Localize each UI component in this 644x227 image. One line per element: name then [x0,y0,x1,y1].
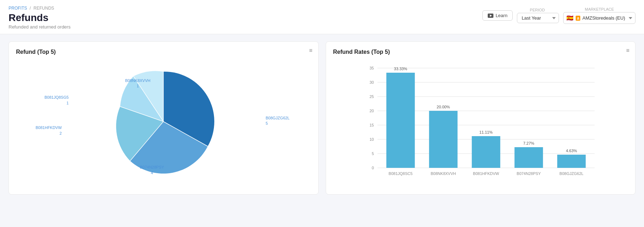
svg-text:35: 35 [370,66,374,70]
refund-top5-title: Refund (Top 5) [16,49,311,55]
main-content: Refund (Top 5) ≡ [0,34,644,202]
x-label-b081hfkdvw: B081HFKDVW [473,171,499,176]
bar-b074n28psy [514,147,543,168]
pie-labels: B08GJZG62L 5 B074N28PSY 4 B081HFKDVW 2 B… [16,61,311,182]
label-b074n28psy: B074N28PSY 4 [140,165,164,176]
period-select[interactable]: Last Year This Year Last Month This Mont… [517,13,559,23]
marketplace-selector[interactable]: 🇪🇸 a AMZStoredeals (EU) [563,12,635,24]
header-left: PROFITS / REFUNDS Refunds Refunded and r… [9,6,70,30]
svg-text:0: 0 [372,166,374,170]
bar-b081hfkdvw [472,136,500,168]
breadcrumb: PROFITS / REFUNDS [9,6,70,11]
bar-label-b074n28psy: 7.27% [523,141,534,145]
refund-rates-card: Refund Rates (Top 5) ≡ 0 5 10 15 [326,41,636,195]
breadcrumb-current: REFUNDS [33,6,54,11]
svg-text:20: 20 [370,109,374,113]
bar-label-b081jq8sc5: 33.33% [394,67,407,71]
breadcrumb-profits[interactable]: PROFITS [9,6,27,11]
label-b081jq8sg5: B081JQ8SG5 1 [44,95,69,106]
bar-chart-wrapper: 0 5 10 15 20 25 30 35 33.33% 20.00% 11.1… [333,61,628,187]
svg-text:30: 30 [370,80,374,84]
label-b08gjzg62l: B08GJZG62L 5 [266,115,289,127]
bar-label-b081hfkdvw: 11.11% [479,130,493,134]
marketplace-value: AMZStoredeals (EU) [582,15,625,21]
label-b081hfkdvw: B081HFKDVW 2 [36,125,62,136]
bar-label-b08gjzg62l: 4.63% [566,149,577,153]
x-label-b074n28psy: B074N28PSY [517,171,541,176]
svg-text:15: 15 [370,123,374,127]
amazon-icon: a [576,16,580,21]
flag-icon: 🇪🇸 [566,15,574,21]
bar-chart-svg: 0 5 10 15 20 25 30 35 33.33% 20.00% 11.1… [337,61,625,186]
page-title: Refunds [9,12,70,24]
bar-label-b08nk8xvvh: 20.00% [436,105,450,109]
breadcrumb-separator: / [30,6,31,11]
bar-b081jq8sc5 [386,73,415,168]
svg-text:25: 25 [370,94,374,99]
learn-button[interactable]: Learn [482,10,513,21]
label-b08nk8xvvh: B08NK8XVVH 1 [125,78,151,89]
header-right: Learn PERIOD Last Year This Year Last Mo… [482,7,635,24]
page-subtitle: Refunded and returned orders [9,24,70,30]
video-icon [488,14,493,18]
svg-text:10: 10 [370,137,374,141]
x-label-b081jq8sc5: B081JQ8SC5 [388,171,412,176]
bar-b08nk8xvvh [429,111,457,168]
pie-chart-container: B08GJZG62L 5 B074N28PSY 4 B081HFKDVW 2 B… [16,61,311,182]
period-label: PERIOD [530,8,545,12]
refund-rates-title: Refund Rates (Top 5) [333,49,628,55]
learn-label: Learn [496,13,507,18]
x-label-b08nk8xvvh: B08NK8XVVH [430,171,456,176]
marketplace-label: MARKETPLACE [585,7,614,11]
x-label-b08gjzg62l: B08GJZG62L [559,171,583,176]
refund-top5-menu[interactable]: ≡ [309,47,312,54]
header: PROFITS / REFUNDS Refunds Refunded and r… [0,0,644,34]
refund-top5-card: Refund (Top 5) ≡ [9,41,319,195]
svg-text:5: 5 [372,151,374,156]
refund-rates-menu[interactable]: ≡ [626,47,629,54]
bar-b08gjzg62l [557,155,586,168]
